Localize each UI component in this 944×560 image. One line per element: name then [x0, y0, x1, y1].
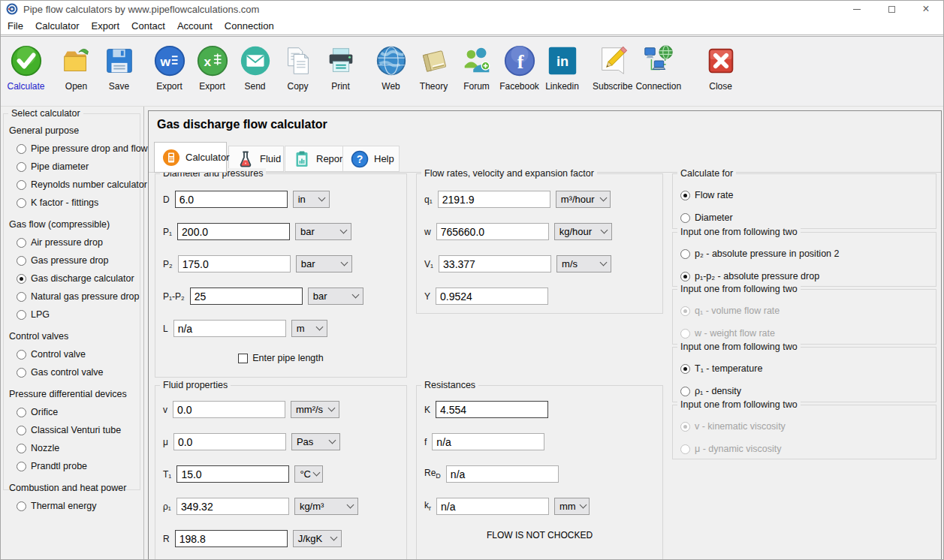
radio-w-option: w - weight flow rate [680, 328, 936, 339]
sidebar-item-thermal-energy[interactable]: Thermal energy [17, 501, 140, 511]
radio-p2-option[interactable]: p₂ - absolute pressure in position 2 [680, 248, 936, 259]
toolbar-connection[interactable]: Connection [634, 44, 683, 92]
sidebar-item-control-valve[interactable]: Control valve [17, 349, 140, 360]
kr-unit-select[interactable]: mm [554, 498, 590, 515]
y-input[interactable] [436, 288, 548, 305]
export-word-icon: w [152, 44, 187, 78]
r-input[interactable] [175, 530, 288, 547]
tab-report[interactable]: Report [285, 146, 343, 172]
menu-export[interactable]: Export [85, 18, 125, 34]
p1-p2-input[interactable] [190, 288, 303, 305]
sidebar-item-pipe-diameter[interactable]: Pipe diameter [17, 161, 140, 172]
sidebar-item-air-pressure-drop[interactable]: Air pressure drop [17, 237, 140, 248]
input-flow-group: Input one from following two q₁ - volume… [672, 289, 936, 345]
p1-p2-unit-select[interactable]: bar [308, 288, 363, 305]
toolbar-close[interactable]: Close [699, 44, 742, 92]
tab-help[interactable]: ? Help [342, 146, 400, 172]
sidebar-item-classical-venturi-tube[interactable]: Classical Venturi tube [17, 425, 140, 435]
sidebar-item-prandtl-probe[interactable]: Prandtl probe [17, 461, 140, 471]
toolbar-save[interactable]: Save [98, 44, 140, 92]
kr-input[interactable] [436, 498, 549, 515]
menu-calculator[interactable]: Calculator [29, 18, 86, 34]
toolbar-export-excel[interactable]: x Export [191, 44, 234, 92]
sidebar-item-orifice[interactable]: Orifice [17, 407, 140, 417]
chevron-down-icon [313, 469, 321, 477]
radio-diameter[interactable]: Diameter [680, 212, 936, 223]
q1-input[interactable] [438, 191, 550, 208]
menu-file[interactable]: File [2, 18, 29, 34]
toolbar-calculate[interactable]: Calculate [5, 44, 47, 92]
print-icon [324, 44, 358, 78]
chevron-down-icon [340, 227, 348, 234]
maximize-button[interactable] [874, 1, 909, 17]
sidebar-item-natural-gas-pressure-drop[interactable]: Natural gas pressure drop [17, 291, 140, 302]
radio-icon [680, 249, 690, 259]
radio-t1-option[interactable]: T₁ - temperature [680, 363, 936, 374]
sidebar-item-reynolds-number-calculator[interactable]: Reynolds number calculator [17, 179, 140, 190]
field-row-r: R J/kgK [163, 530, 406, 547]
radio-icon [680, 444, 690, 454]
toolbar-theory[interactable]: Theory [412, 44, 455, 92]
w-unit-select[interactable]: kg/hour [554, 223, 612, 240]
sidebar-item-nozzle[interactable]: Nozzle [17, 443, 140, 453]
field-row-y: Y [424, 288, 662, 305]
toolbar-export-word[interactable]: w Export [148, 44, 191, 92]
f-input[interactable] [432, 433, 544, 450]
toolbar-print[interactable]: Print [319, 44, 362, 92]
menu-account[interactable]: Account [171, 18, 219, 34]
sidebar-item-k-factor-fittings[interactable]: K factor - fittings [17, 197, 140, 208]
app-icon [6, 3, 18, 15]
radio-p1-p2-option[interactable]: p₁-p₂ - absolute pressure drop [680, 271, 936, 282]
radio-mu-option: μ - dynamic viscosity [680, 444, 936, 454]
k-input[interactable] [436, 401, 548, 418]
radio-icon [680, 213, 690, 223]
toolbar-open[interactable]: Open [55, 44, 98, 92]
w-input[interactable] [436, 223, 549, 240]
toolbar-copy[interactable]: Copy [276, 44, 319, 92]
chevron-down-icon [600, 227, 608, 234]
rho1-unit-select[interactable]: kg/m³ [294, 498, 358, 515]
mu-input[interactable] [173, 433, 286, 450]
minimize-button[interactable] [840, 1, 874, 17]
t1-input[interactable] [176, 465, 289, 483]
sidebar-item-pipe-pressure-drop-and-flow-rate[interactable]: Pipe pressure drop and flow rate [17, 143, 140, 154]
nu-unit-select[interactable]: mm²/s [291, 401, 339, 418]
l-input[interactable] [173, 320, 286, 337]
l-unit-select[interactable]: m [291, 320, 327, 337]
p1-unit-select[interactable]: bar [295, 223, 351, 240]
toolbar-send[interactable]: Send [234, 44, 276, 92]
d-input[interactable] [175, 191, 288, 208]
menu-connection[interactable]: Connection [219, 18, 280, 34]
r-unit-select[interactable]: J/kgK [293, 530, 342, 547]
nu-input[interactable] [173, 401, 285, 418]
v1-input[interactable] [439, 255, 551, 272]
rho1-input[interactable] [176, 498, 289, 515]
toolbar-linkedin[interactable]: in Linkedin [541, 44, 584, 92]
sidebar-item-gas-pressure-drop[interactable]: Gas pressure drop [17, 255, 140, 266]
sidebar-item-gas-control-valve[interactable]: Gas control valve [17, 367, 140, 378]
enter-pipe-length-option[interactable]: Enter pipe length [155, 353, 406, 363]
v1-unit-select[interactable]: m/s [556, 255, 611, 272]
radio-rho1-option[interactable]: ρ₁ - density [680, 386, 936, 396]
toolbar-forum[interactable]: Forum [455, 44, 498, 92]
p1-input[interactable] [177, 223, 290, 240]
p2-input[interactable] [178, 255, 291, 272]
q1-unit-select[interactable]: m³/hour [556, 191, 611, 208]
toolbar-facebook[interactable]: f Facebook [498, 44, 541, 92]
menu-contact[interactable]: Contact [125, 18, 171, 34]
d-unit-select[interactable]: in [293, 191, 330, 208]
radio-icon [17, 426, 26, 435]
mu-unit-select[interactable]: Pas [291, 433, 340, 450]
p2-unit-select[interactable]: bar [296, 255, 352, 272]
t1-unit-select[interactable]: °C [294, 465, 323, 483]
sidebar-item-gas-discharge-calculator[interactable]: Gas discharge calculator [17, 273, 140, 284]
toolbar-web[interactable]: Web [369, 44, 412, 92]
chevron-down-icon [599, 194, 607, 202]
open-folder-icon [59, 44, 94, 78]
red-input[interactable] [446, 465, 559, 483]
close-window-button[interactable]: × [909, 1, 943, 17]
toolbar-subscribe[interactable]: Subscribe [591, 44, 634, 92]
tab-calculator[interactable]: Calculator [154, 142, 227, 173]
sidebar-item-lpg[interactable]: LPG [17, 309, 140, 320]
radio-flow-rate[interactable]: Flow rate [680, 190, 936, 200]
